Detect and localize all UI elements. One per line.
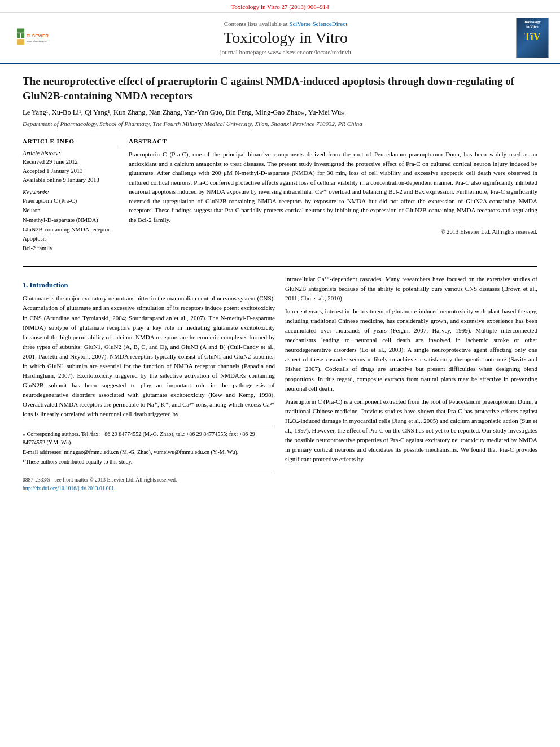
elsevier-logo-area: ELSEVIER www.elsevier.com — [8, 18, 59, 58]
citation-bar: Toxicology in Vitro 27 (2013) 908–914 — [0, 0, 560, 13]
history-label: Article history: — [23, 150, 119, 156]
journal-title-area: Contents lists available at SciVerse Sci… — [64, 18, 507, 58]
svg-rect-2 — [21, 33, 24, 38]
intro-heading: 1. Introduction — [23, 280, 275, 291]
journal-title: Toxicology in Vitro — [224, 29, 348, 47]
intro-para1: Glutamate is the major excitatory neurot… — [23, 294, 275, 419]
right-para3: In recent years, interest in the treatme… — [285, 307, 537, 393]
article-body: The neuroprotective effect of praeruptor… — [0, 64, 560, 504]
cover-title-line1: Toxicology in Vitro — [524, 20, 541, 29]
contents-label: Contents lists available at — [224, 20, 289, 27]
article-title: The neuroprotective effect of praeruptor… — [23, 74, 537, 103]
svg-rect-0 — [17, 39, 24, 45]
abstract-heading: ABSTRACT — [129, 138, 537, 146]
article-history: Article history: Received 29 June 2012 A… — [23, 150, 119, 184]
keyword-item: Bcl-2 family — [23, 244, 119, 254]
svg-text:www.elsevier.com: www.elsevier.com — [27, 40, 47, 43]
left-column: 1. Introduction Glutamate is the major e… — [23, 274, 275, 492]
main-content: 1. Introduction Glutamate is the major e… — [23, 274, 537, 492]
svg-rect-1 — [17, 33, 20, 38]
article-info: ARTICLE INFO Article history: Received 2… — [23, 138, 119, 258]
page: Toxicology in Vitro 27 (2013) 908–914 EL… — [0, 0, 560, 747]
journal-cover-area: Toxicology in Vitro TiV — [513, 18, 552, 58]
doi-text: http://dx.doi.org/10.1016/j.tiv.2013.01.… — [23, 484, 275, 493]
accepted-date: Accepted 1 January 2013 — [23, 167, 119, 176]
keyword-item: GluN2B-containing NMDA receptor — [23, 225, 119, 235]
divider-1 — [23, 133, 537, 133]
cover-initials: TiV — [524, 31, 541, 43]
svg-rect-3 — [17, 28, 24, 32]
authors-text: Le Yang¹, Xu-Bo Li¹, Qi Yang¹, Kun Zhang… — [23, 108, 345, 116]
issn-text: 0887-2333/$ - see front matter © 2013 El… — [23, 476, 275, 484]
keyword-item: Apoptosis — [23, 234, 119, 244]
elsevier-logo: ELSEVIER www.elsevier.com — [8, 28, 59, 48]
bottom-bar: 0887-2333/$ - see front matter © 2013 El… — [23, 473, 275, 492]
journal-homepage: journal homepage: www.elsevier.com/locat… — [220, 49, 352, 55]
authors: Le Yang¹, Xu-Bo Li¹, Qi Yang¹, Kun Zhang… — [23, 107, 537, 118]
abstract-text: Praeruptorin C (Pra-C), one of the princ… — [129, 150, 537, 224]
available-date: Available online 9 January 2013 — [23, 176, 119, 185]
science-direct-link[interactable]: SciVerse ScienceDirect — [289, 20, 347, 27]
info-abstract-row: ARTICLE INFO Article history: Received 2… — [23, 138, 537, 258]
keywords-list: Praeruptorin C (Pra-C)NeuronN-methyl-D-a… — [23, 196, 119, 254]
keyword-item: Neuron — [23, 206, 119, 216]
footnote-corresponding: ⁎ Corresponding authors. Tel./fax: +86 2… — [23, 430, 275, 447]
journal-header: ELSEVIER www.elsevier.com Contents lists… — [0, 13, 560, 64]
right-para4: Praeruptorin C (Pra-C) is a component ex… — [285, 397, 537, 464]
affiliation: Department of Pharmacology, School of Ph… — [23, 120, 537, 127]
right-column: intracellular Ca²⁺-dependent cascades. M… — [285, 274, 537, 492]
svg-text:ELSEVIER: ELSEVIER — [27, 33, 49, 38]
footnote-email: E-mail addresses: minggao@fmmu.edu.cn (M… — [23, 448, 275, 456]
keyword-item: N-methyl-D-aspartate (NMDA) — [23, 216, 119, 225]
journal-cover: Toxicology in Vitro TiV — [516, 18, 549, 58]
article-info-heading: ARTICLE INFO — [23, 138, 119, 146]
footnotes: ⁎ Corresponding authors. Tel./fax: +86 2… — [23, 426, 275, 466]
abstract: ABSTRACT Praeruptorin C (Pra-C), one of … — [129, 138, 537, 258]
right-para2: intracellular Ca²⁺-dependent cascades. M… — [285, 274, 537, 303]
keywords-section: Keywords: Praeruptorin C (Pra-C)NeuronN-… — [23, 189, 119, 254]
footnote-contribution: ¹ These authors contributed equally to t… — [23, 457, 275, 466]
divider-2 — [23, 266, 537, 267]
citation-text: Toxicology in Vitro 27 (2013) 908–914 — [231, 3, 329, 10]
keyword-item: Praeruptorin C (Pra-C) — [23, 196, 119, 206]
received-date: Received 29 June 2012 — [23, 158, 119, 167]
science-direct-line: Contents lists available at SciVerse Sci… — [224, 20, 347, 27]
keywords-label: Keywords: — [23, 189, 119, 195]
copyright: © 2013 Elsevier Ltd. All rights reserved… — [129, 228, 537, 237]
